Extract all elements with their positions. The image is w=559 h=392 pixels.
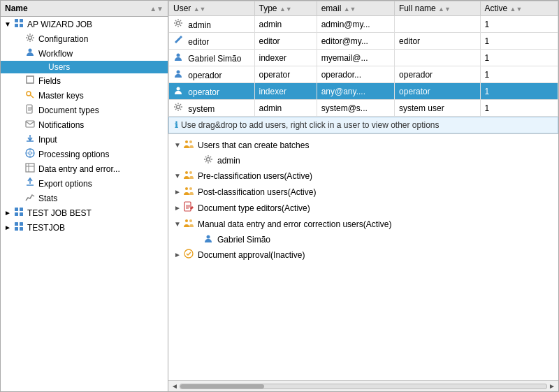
sidebar-label-stats: Stats <box>38 194 57 203</box>
cell-type-system: admin <box>254 100 317 117</box>
cell-active-operator: 1 <box>480 83 558 100</box>
role-icon-manual-entry <box>182 217 195 231</box>
expander-testjobbest[interactable]: ► <box>3 209 12 217</box>
svg-rect-17 <box>15 222 18 226</box>
sidebar-label-configuration: Configuration <box>38 34 88 44</box>
role-item-manual-entry[interactable]: ▼Manual data entry and error correction … <box>171 216 556 232</box>
sidebar-item-fields[interactable]: Fields <box>1 73 168 88</box>
role-item-admin-user[interactable]: admin <box>171 153 556 168</box>
sidebar-item-doctypes[interactable]: Document types <box>1 103 168 117</box>
expander-ap-wizard[interactable]: ▼ <box>3 20 12 28</box>
svg-point-22 <box>177 54 180 57</box>
sidebar-item-input[interactable]: Input <box>1 132 168 147</box>
role-expander-preclassification[interactable]: ▼ <box>173 172 182 180</box>
role-label-doc-approval: Document approval(Inactive) <box>198 250 305 260</box>
col-label-type: Type <box>259 3 277 13</box>
user-label-gabriel: Gabriel Simão <box>188 54 241 64</box>
left-panel-header: Name ▲▼ <box>1 1 168 17</box>
col-type[interactable]: Type ▲▼ <box>254 1 317 16</box>
role-expander-doctype-editors[interactable]: ► <box>173 204 182 212</box>
col-label-fullname: Full name <box>399 3 436 13</box>
svg-point-4 <box>29 36 32 40</box>
svg-rect-16 <box>20 212 23 216</box>
user-label-operador: operador <box>188 71 222 80</box>
svg-point-29 <box>185 171 188 174</box>
scroll-left-arrow[interactable]: ◄ <box>170 382 180 390</box>
sidebar-item-stats[interactable]: Stats <box>1 191 168 205</box>
icon-masterkeys <box>24 89 36 101</box>
svg-point-26 <box>185 140 188 143</box>
col-user[interactable]: User ▲▼ <box>169 1 255 16</box>
table-section: User ▲▼Type ▲▼email ▲▼Full name ▲▼Active… <box>168 1 558 117</box>
role-expander-create-batches[interactable]: ▼ <box>173 141 182 149</box>
role-item-doc-approval[interactable]: ►Document approval(Inactive) <box>171 247 556 263</box>
scrollbar-thumb[interactable] <box>180 384 264 389</box>
cell-active-gabriel: 1 <box>480 50 558 66</box>
role-item-doctype-editors[interactable]: ►Document type editors(Active) <box>171 200 556 216</box>
svg-point-25 <box>177 106 180 109</box>
sidebar-item-ap-wizard[interactable]: ▼AP WIZARD JOB <box>1 17 168 31</box>
role-expander-manual-entry[interactable]: ▼ <box>173 220 182 228</box>
info-text: Use drag&drop to add users, right click … <box>181 120 440 130</box>
row-icon-editor <box>173 37 183 47</box>
role-expander-doc-approval[interactable]: ► <box>173 251 182 259</box>
sidebar-item-users[interactable]: Users <box>1 61 168 73</box>
svg-point-35 <box>189 219 192 222</box>
role-item-gabriel-simao[interactable]: Gabriel Simão <box>171 232 556 247</box>
sidebar-item-workflow[interactable]: Workflow <box>1 46 168 61</box>
sort-icon-type[interactable]: ▲▼ <box>280 6 292 13</box>
role-item-preclassification[interactable]: ▼Pre-classification users(Active) <box>171 168 556 184</box>
table-row-admin[interactable]: admin admin admin@my... 1 <box>169 16 558 33</box>
left-panel-title: Name <box>5 3 28 13</box>
col-active[interactable]: Active ▲▼ <box>480 1 558 16</box>
role-item-postclassification[interactable]: ►Post-classification users(Active) <box>171 184 556 200</box>
left-panel: Name ▲▼ ▼AP WIZARD JOBConfigurationWorkf… <box>1 1 168 391</box>
sort-icon-fullname[interactable]: ▲▼ <box>438 6 451 13</box>
cell-user-operator: operator <box>169 83 255 100</box>
col-email[interactable]: email ▲▼ <box>317 1 394 16</box>
row-icon-gabriel <box>173 54 183 64</box>
expander-testjob[interactable]: ► <box>3 224 12 231</box>
sidebar-item-processing[interactable]: Processing options <box>1 147 168 161</box>
svg-point-36 <box>207 235 210 239</box>
cell-fullname-system: system user <box>395 100 481 117</box>
icon-testjobbest <box>13 207 24 219</box>
svg-rect-2 <box>15 24 18 27</box>
icon-workflow <box>24 48 36 59</box>
table-row-operador[interactable]: operador operator operador... operador 1 <box>169 66 558 83</box>
role-expander-postclassification[interactable]: ► <box>173 188 182 196</box>
sidebar-item-configuration[interactable]: Configuration <box>1 31 168 46</box>
sidebar-item-testjob[interactable]: ►TESTJOB <box>1 220 168 235</box>
role-label-doctype-editors: Document type editors(Active) <box>198 203 310 213</box>
icon-testjob <box>13 222 24 233</box>
cell-email-system: system@s... <box>317 100 394 117</box>
role-item-create-batches[interactable]: ▼Users that can create batches <box>171 137 556 153</box>
sidebar-label-export: Export options <box>38 179 92 189</box>
cell-user-admin: admin <box>169 16 255 33</box>
role-tree-section[interactable]: ▼Users that can create batchesadmin▼Pre-… <box>168 133 558 380</box>
table-row-gabriel[interactable]: Gabriel Simão indexer myemail@... 1 <box>169 50 558 66</box>
svg-rect-0 <box>15 19 18 22</box>
sort-icon-user[interactable]: ▲▼ <box>194 6 206 13</box>
col-fullname[interactable]: Full name ▲▼ <box>395 1 481 16</box>
row-icon-system <box>173 104 183 114</box>
sidebar-item-testjobbest[interactable]: ►TEST JOB BEST <box>1 205 168 220</box>
table-row-operator[interactable]: operator indexer any@any.... operator 1 <box>169 83 558 100</box>
sort-icon-active[interactable]: ▲▼ <box>510 6 523 13</box>
sidebar-item-dataentry[interactable]: Data entry and error... <box>1 161 168 176</box>
sidebar-item-export[interactable]: Export options <box>1 176 168 191</box>
sort-icon-email[interactable]: ▲▼ <box>344 6 356 13</box>
table-row-editor[interactable]: editor editor editor@my... editor 1 <box>169 33 558 50</box>
icon-input <box>24 133 36 145</box>
sidebar-label-workflow: Workflow <box>38 49 73 59</box>
horizontal-scrollbar[interactable]: ◄ ► <box>168 380 558 391</box>
sidebar-item-notifications[interactable]: Notifications <box>1 117 168 132</box>
svg-rect-13 <box>15 208 18 211</box>
svg-point-28 <box>207 158 210 161</box>
cell-type-operador: operator <box>254 66 317 83</box>
scrollbar-track[interactable] <box>180 384 547 389</box>
left-tree: ▼AP WIZARD JOBConfigurationWorkflowUsers… <box>1 17 168 235</box>
sidebar-item-masterkeys[interactable]: Master keys <box>1 88 168 103</box>
table-row-system[interactable]: system admin system@s... system user 1 <box>169 100 558 117</box>
scroll-right-arrow[interactable]: ► <box>547 382 557 390</box>
